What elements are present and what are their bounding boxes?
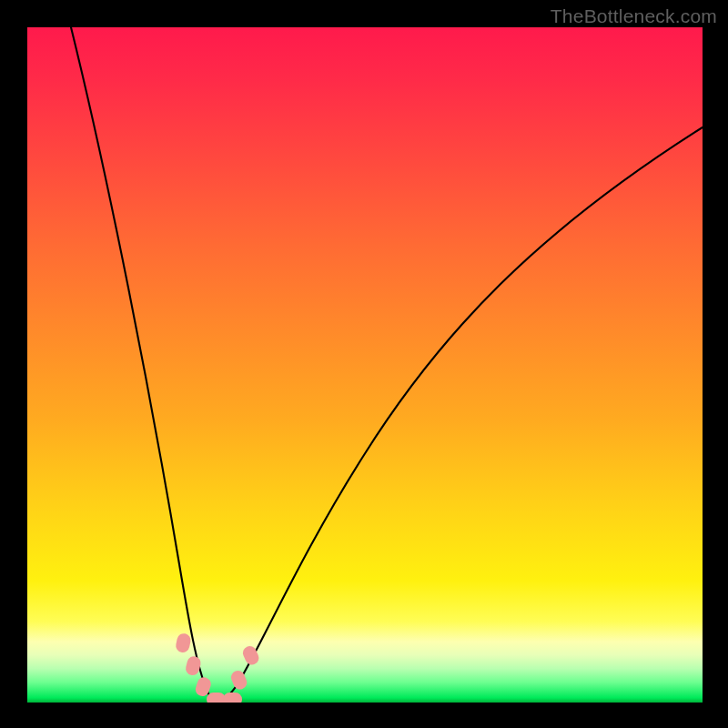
bottleneck-curve-right <box>216 127 703 701</box>
marker-dot <box>185 655 203 677</box>
plot-area <box>27 27 703 703</box>
marker-dot <box>175 632 192 654</box>
marker-dot <box>229 669 249 692</box>
marker-dot <box>207 693 226 703</box>
watermark-text: TheBottleneck.com <box>551 5 717 27</box>
curve-layer <box>27 27 703 703</box>
bottleneck-curve-left <box>71 27 216 701</box>
chart-frame: TheBottleneck.com <box>0 0 728 728</box>
marker-dot <box>223 693 242 703</box>
